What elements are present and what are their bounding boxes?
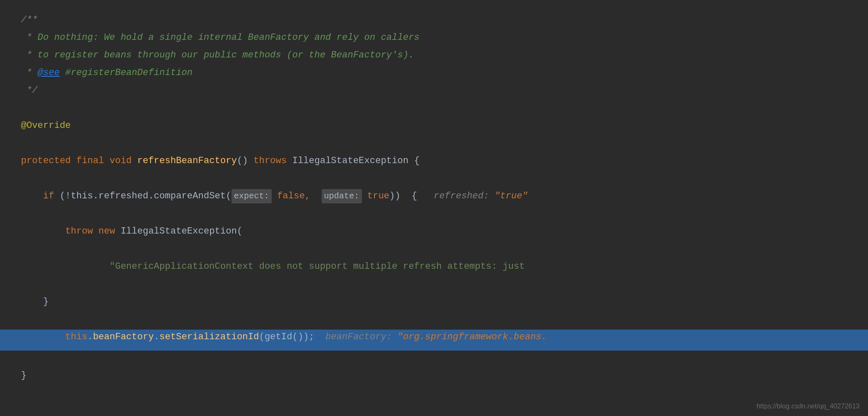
param-hint-expect: expect: <box>231 189 272 203</box>
comma-space <box>310 189 321 203</box>
beanfactory-field: beanFactory <box>93 330 154 344</box>
line-see-suffix: #registerBeanDefinition <box>60 65 192 80</box>
line-blank-1 <box>21 101 847 118</box>
exception-name: IllegalStateException <box>292 153 414 168</box>
if-close: )) { <box>390 189 417 203</box>
keyword-if: if <box>43 189 60 203</box>
keyword-throw: throw <box>65 224 99 239</box>
line-throw: throw new IllegalStateException( <box>21 224 847 242</box>
line-override: @Override <box>21 118 847 136</box>
line-blank-5 <box>21 242 847 259</box>
line-if: if (!this.refreshed.compareAndSet(expect… <box>21 189 847 206</box>
if-keyword-text <box>21 189 43 203</box>
keyword-final: final <box>76 153 109 168</box>
line-method-sig: protected final void refreshBeanFactory(… <box>21 153 847 171</box>
line-register: * to register beans through our public m… <box>21 48 847 65</box>
dot2: . <box>154 330 159 344</box>
line-close-method: } <box>21 368 847 386</box>
if-inline-val: "true" <box>494 189 528 203</box>
keyword-this: this <box>21 330 87 344</box>
line-comment-open: /** <box>21 13 847 30</box>
url-bar: https://blog.csdn.net/qq_40272613 <box>756 401 860 412</box>
if-condition-prefix: (!this.refreshed.compareAndSet( <box>60 189 231 203</box>
keyword-throws: throws <box>254 153 292 168</box>
dot1: . <box>87 330 93 344</box>
if-inline-comment: refreshed: <box>417 189 495 203</box>
brace-open: { <box>414 153 419 168</box>
close-if-text: } <box>21 294 49 309</box>
keyword-new: new <box>99 224 121 239</box>
param-false: false, <box>272 189 310 203</box>
line-blank-2 <box>21 136 847 153</box>
url-text: https://blog.csdn.net/qq_40272613 <box>756 403 860 410</box>
line-register-text: * to register beans through our public m… <box>21 48 414 62</box>
method-parens: () <box>237 153 254 168</box>
setSerializationId-method: setSerializationId <box>159 330 259 344</box>
line-blank-3 <box>21 171 847 189</box>
code-viewer: /** * Do nothing: We hold a single inter… <box>0 0 868 416</box>
throw-indent <box>21 224 65 239</box>
line-do-nothing: * Do nothing: We hold a single internal … <box>21 30 847 48</box>
line-see: * @see #registerBeanDefinition <box>21 65 847 83</box>
param-true: true <box>362 189 390 203</box>
throw-paren: ( <box>237 224 242 239</box>
comment-close-text: */ <box>21 83 38 98</box>
inline-comment-bf: beanFactory: <box>314 330 398 344</box>
string-text: "GenericApplicationContext does not supp… <box>21 259 525 274</box>
line-blank-6 <box>21 277 847 294</box>
line-blank-4 <box>21 206 847 224</box>
getid-call: (getId()); <box>259 330 314 344</box>
keyword-void: void <box>109 153 137 168</box>
close-method-text: } <box>21 368 26 383</box>
line-close-if: } <box>21 294 847 312</box>
line-do-nothing-text: * Do nothing: We hold a single internal … <box>21 30 420 45</box>
line-see-prefix: * <box>21 65 38 80</box>
line-string: "GenericApplicationContext does not supp… <box>21 259 847 277</box>
line-blank-8 <box>21 351 847 368</box>
line-this-beanfactory: this.beanFactory.setSerializationId(getI… <box>0 330 868 351</box>
keyword-protected: protected <box>21 153 76 168</box>
method-name: refreshBeanFactory <box>137 153 237 168</box>
inline-val-bf: "org.springframework.beans. <box>398 330 547 344</box>
exception-class: IllegalStateException <box>121 224 237 239</box>
line-comment-close: */ <box>21 83 847 101</box>
see-tag[interactable]: @see <box>38 65 60 80</box>
param-hint-update: update: <box>322 189 362 203</box>
line-blank-7 <box>21 312 847 330</box>
override-annotation: @Override <box>21 118 71 133</box>
comment-open-text: /** <box>21 13 38 27</box>
